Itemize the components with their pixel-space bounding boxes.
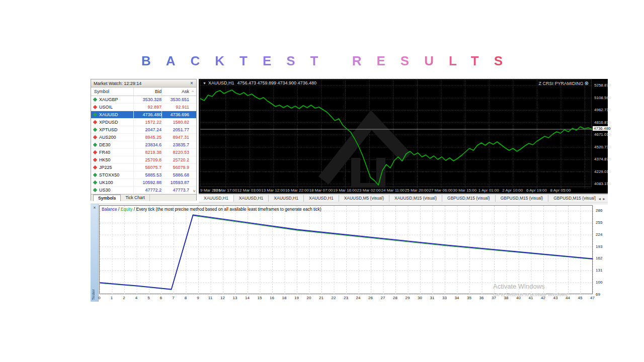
trend-cell — [91, 136, 99, 139]
ask-cell: 3530.651 — [162, 96, 189, 103]
column-header-symbol[interactable]: Symbol — [91, 89, 133, 94]
ask-cell: 25720.2 — [162, 156, 189, 163]
time-label: 23 Mar 02:00 — [357, 188, 381, 193]
ask-cell: 92.911 — [162, 104, 189, 111]
row-pad — [189, 104, 196, 111]
x-tick-label: 27 — [381, 296, 385, 300]
chart-tab[interactable]: XAUUSD,H1 — [234, 195, 269, 202]
symbol-cell: HK50 — [99, 157, 133, 162]
y-tick-label: 131 — [596, 268, 602, 273]
chart-tab[interactable]: XAUUSD,H1 — [199, 195, 234, 202]
time-label: 1 Apr 01:00 — [478, 188, 499, 193]
market-row[interactable]: STOXX505885.535886.68 — [91, 171, 196, 179]
tab-scroll-arrows[interactable]: ◄ ► — [596, 195, 608, 203]
up-arrow-icon — [93, 143, 97, 147]
price-label: 4962.730 — [594, 108, 611, 112]
market-watch-header: Symbol Bid Ask ^ — [91, 87, 196, 96]
x-tick-label: 29 — [406, 296, 410, 300]
tester-close-icon[interactable]: × — [91, 205, 99, 210]
bid-cell: 1572.22 — [133, 119, 162, 126]
x-tick-label: 7 — [172, 296, 174, 300]
x-tick-label: 35 — [467, 296, 471, 300]
column-header-ask[interactable]: Ask — [162, 87, 189, 96]
down-arrow-icon — [93, 158, 97, 162]
tester-y-axis: 28625522419316213110069 — [596, 205, 608, 294]
bid-cell: 5885.53 — [133, 171, 162, 178]
x-tick-label: 28 — [393, 296, 397, 300]
chart-tab[interactable]: XAUUSD,H1 — [304, 195, 339, 202]
trend-cell — [91, 113, 99, 116]
market-row[interactable]: DE3023834.623835.7 — [91, 141, 196, 149]
time-label: 24 Mar 11:00 — [381, 188, 405, 193]
current-price-box: 4736.480 — [593, 126, 611, 131]
price-label: 4671.010 — [594, 132, 611, 137]
y-tick-label: 255 — [596, 220, 602, 225]
x-tick-label: 24 — [356, 296, 361, 300]
scroll-up-icon[interactable]: ^ — [189, 89, 196, 94]
legend-balance: Balance — [102, 207, 117, 212]
market-row[interactable]: HK5025709.825720.2 — [91, 156, 196, 164]
ask-cell: 47773.7 — [162, 187, 189, 194]
indicator-close-icon[interactable]: ⊗ — [585, 80, 589, 86]
symbol-cell: XPDUSD — [99, 120, 133, 125]
tester-graph-svg — [100, 206, 593, 295]
symbol-cell: US30 — [99, 188, 133, 193]
ask-cell: 8220.53 — [162, 149, 189, 156]
time-label: 12 Mar 03:00 — [237, 188, 261, 193]
tester-graph[interactable]: Balance / Equity / Every tick (the most … — [99, 205, 593, 294]
market-watch-titlebar: Market Watch: 12:29:14 × — [91, 79, 196, 87]
trend-cell — [91, 181, 99, 184]
tab-tick-chart[interactable]: Tick Chart — [121, 195, 149, 201]
scroll-down-icon[interactable]: v — [193, 189, 195, 193]
row-pad — [189, 141, 196, 148]
x-tick-label: 21 — [319, 296, 324, 300]
market-row[interactable]: XPTUSD2047.242051.77 — [91, 126, 196, 134]
x-tick-label: 30 — [418, 296, 422, 300]
chart-tab[interactable]: GBPUSD,M15 (visual) — [442, 195, 496, 202]
trend-cell — [91, 143, 99, 146]
x-tick-label: 1 — [111, 296, 113, 300]
x-tick-label: 19 — [294, 296, 299, 300]
collapse-icon[interactable]: ▼ — [203, 81, 206, 85]
chart-tab[interactable]: XAUUSD,H1 — [269, 195, 304, 202]
chart-tab[interactable]: GBPUSD,M15 (visual) — [496, 195, 549, 202]
x-tick-label: 15 — [258, 296, 262, 300]
market-row[interactable]: XPDUSD1572.221580.82 — [91, 119, 196, 126]
symbol-cell: XAUGBP — [99, 97, 133, 102]
indicator-label-wrap: Z CRSI PYRAMIDING⊗ — [539, 80, 589, 86]
market-row[interactable]: USOIL92.89792.911 — [91, 104, 196, 111]
chart-tab[interactable]: XAUUSD,M15 (visual) — [389, 195, 442, 202]
trend-cell — [91, 166, 99, 169]
market-row[interactable]: AUS2008945.258947.31 — [91, 134, 196, 141]
market-row[interactable]: FR408219.388220.53 — [91, 149, 196, 156]
chart-window: ▼XAUUSD,H14756.473 4759.899 4734.900 473… — [199, 79, 608, 194]
time-label: 16 Mar 22:00 — [285, 188, 309, 193]
down-arrow-icon — [93, 135, 97, 139]
tab-symbols[interactable]: Symbols — [93, 195, 121, 201]
x-tick-label: 8 — [185, 296, 187, 300]
candle-plot[interactable] — [200, 79, 592, 187]
symbol-cell: JP225 — [99, 165, 133, 170]
symbol-cell: STOXX50 — [99, 172, 133, 177]
legend-sep: / — [117, 207, 121, 212]
column-header-bid[interactable]: Bid — [133, 87, 162, 96]
market-row[interactable]: XAUGBP3530.3283530.651 — [91, 96, 196, 104]
y-tick-label: 286 — [596, 208, 602, 213]
chart-tab[interactable]: XAUUSD,M5 (visual) — [339, 195, 389, 202]
x-tick-label: 26 — [368, 296, 373, 300]
market-row[interactable]: XAUUSD4736.4804736.696 — [91, 111, 196, 119]
market-row[interactable]: JP22556075.756079.9 — [91, 164, 196, 171]
bid-cell: 2047.24 — [133, 126, 162, 133]
market-row[interactable]: US3047772.247773.7 — [91, 187, 196, 194]
price-label: 5258.870 — [594, 83, 611, 87]
market-row[interactable]: UK10010592.8810593.87 — [91, 179, 196, 187]
bid-cell: 8219.38 — [133, 149, 162, 156]
x-tick-label: 16 — [270, 296, 274, 300]
x-tick-label: 9 — [197, 296, 199, 300]
down-arrow-icon — [93, 120, 97, 124]
price-axis: 5258.8705108.5904962.7304816.8704671.010… — [593, 79, 608, 187]
close-icon[interactable]: × — [189, 80, 195, 86]
chart-tab[interactable]: GBPUSD,M15 (visual) — [548, 195, 602, 202]
bid-cell: 23834.6 — [133, 141, 162, 148]
up-arrow-icon — [93, 188, 97, 192]
